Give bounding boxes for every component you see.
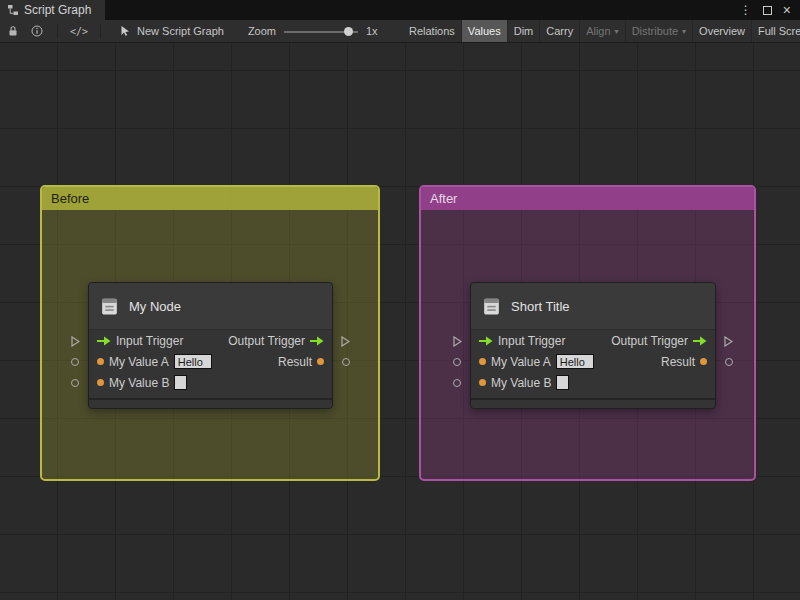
- node-port-row: My Value B: [471, 372, 715, 393]
- align-button-label: Align: [586, 25, 610, 37]
- flow-out-port-icon[interactable]: [693, 336, 707, 346]
- value-b-field[interactable]: [556, 375, 569, 390]
- value-a-field[interactable]: [556, 354, 594, 369]
- graph-name-label: New Script Graph: [137, 25, 224, 37]
- node-port-row: My Value A Result: [89, 351, 332, 372]
- flow-in-port-icon[interactable]: [479, 336, 493, 346]
- window-controls: ⋮ ×: [740, 0, 800, 20]
- value-b-ext-port[interactable]: [453, 379, 461, 387]
- toolbar-button-group: Relations Values Dim Carry Align ▾ Distr…: [403, 20, 800, 42]
- close-icon[interactable]: ×: [783, 3, 791, 17]
- values-button[interactable]: Values: [461, 20, 507, 42]
- node-header[interactable]: My Node: [89, 283, 332, 330]
- value-a-ext-port[interactable]: [453, 358, 461, 366]
- group-after-header[interactable]: After: [421, 187, 754, 210]
- node-icon: [481, 296, 502, 317]
- result-ext-port[interactable]: [342, 358, 350, 366]
- input-trigger-ext-port[interactable]: [71, 336, 80, 347]
- chevron-down-icon: ▾: [615, 27, 619, 36]
- output-trigger-ext-port[interactable]: [341, 336, 350, 347]
- value-b-port-icon[interactable]: [97, 379, 104, 386]
- value-a-port-icon[interactable]: [97, 358, 104, 365]
- node-footer: [471, 398, 715, 408]
- info-icon[interactable]: [31, 25, 43, 37]
- distribute-button[interactable]: Distribute ▾: [625, 20, 692, 42]
- graph-pointer-icon: [119, 25, 131, 37]
- graph-toolbar: </> New Script Graph Zoom 1x Relations V…: [0, 20, 800, 43]
- node-footer: [89, 398, 332, 408]
- node-port-row: Input Trigger Output Trigger: [89, 330, 332, 351]
- flow-out-label: Output Trigger: [611, 334, 688, 348]
- toolbar-divider: [57, 24, 58, 38]
- output-trigger-ext-port[interactable]: [724, 336, 733, 347]
- tab-bar: Script Graph ⋮ ×: [0, 0, 800, 20]
- group-before-header[interactable]: Before: [42, 187, 378, 210]
- flow-out-port-icon[interactable]: [310, 336, 324, 346]
- node-header[interactable]: Short Title: [471, 283, 715, 330]
- tab-script-graph[interactable]: Script Graph: [0, 0, 105, 20]
- group-after[interactable]: After Short Title Input Trigge: [419, 185, 756, 481]
- value-a-label: My Value A: [491, 355, 551, 369]
- result-label: Result: [278, 355, 312, 369]
- value-a-port-icon[interactable]: [479, 358, 486, 365]
- result-port-icon[interactable]: [700, 358, 707, 365]
- kebab-menu-icon[interactable]: ⋮: [740, 4, 752, 16]
- result-label: Result: [661, 355, 695, 369]
- toolbar-divider: [100, 24, 101, 38]
- value-b-ext-port[interactable]: [71, 379, 79, 387]
- code-view-icon[interactable]: </>: [70, 26, 88, 37]
- node-title: My Node: [129, 299, 181, 314]
- value-a-ext-port[interactable]: [71, 358, 79, 366]
- zoom-label: Zoom: [248, 25, 276, 37]
- node-title: Short Title: [511, 299, 570, 314]
- value-b-label: My Value B: [109, 376, 169, 390]
- group-after-title: After: [430, 191, 457, 206]
- carry-button[interactable]: Carry: [539, 20, 579, 42]
- distribute-button-label: Distribute: [632, 25, 678, 37]
- value-b-port-icon[interactable]: [479, 379, 486, 386]
- node-my-node[interactable]: My Node Input Trigger Output Trigger My …: [88, 282, 333, 409]
- lock-icon[interactable]: [7, 25, 19, 37]
- value-b-label: My Value B: [491, 376, 551, 390]
- node-short-title[interactable]: Short Title Input Trigger Output Trigger…: [470, 282, 716, 409]
- zoom-slider-thumb[interactable]: [344, 27, 353, 36]
- script-graph-icon: [7, 4, 19, 16]
- full-screen-button[interactable]: Full Screen: [751, 20, 800, 42]
- maximize-icon[interactable]: [763, 6, 772, 15]
- result-port-icon[interactable]: [317, 358, 324, 365]
- zoom-slider[interactable]: [284, 20, 358, 43]
- tab-title: Script Graph: [24, 3, 91, 17]
- value-a-field[interactable]: [174, 354, 212, 369]
- value-b-field[interactable]: [174, 375, 187, 390]
- input-trigger-ext-port[interactable]: [453, 336, 462, 347]
- group-before[interactable]: Before My Node Input Trigger: [40, 185, 380, 481]
- node-port-row: My Value B: [89, 372, 332, 393]
- align-button[interactable]: Align ▾: [579, 20, 624, 42]
- flow-in-port-icon[interactable]: [97, 336, 111, 346]
- overview-button[interactable]: Overview: [692, 20, 751, 42]
- flow-in-label: Input Trigger: [498, 334, 565, 348]
- node-icon: [99, 296, 120, 317]
- zoom-value: 1x: [366, 25, 378, 37]
- flow-in-label: Input Trigger: [116, 334, 183, 348]
- graph-canvas[interactable]: Before My Node Input Trigger: [0, 43, 800, 600]
- node-port-row: My Value A Result: [471, 351, 715, 372]
- chevron-down-icon: ▾: [682, 27, 686, 36]
- result-ext-port[interactable]: [725, 358, 733, 366]
- dim-button[interactable]: Dim: [507, 20, 540, 42]
- group-before-title: Before: [51, 191, 89, 206]
- flow-out-label: Output Trigger: [228, 334, 305, 348]
- relations-button[interactable]: Relations: [403, 20, 461, 42]
- node-port-row: Input Trigger Output Trigger: [471, 330, 715, 351]
- value-a-label: My Value A: [109, 355, 169, 369]
